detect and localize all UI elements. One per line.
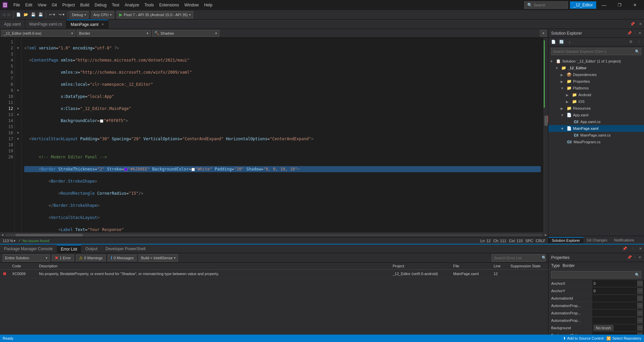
se-search-input[interactable] — [553, 49, 635, 53]
tree-item-project[interactable]: ▼ 📁 _12_Editor — [548, 65, 644, 71]
error-search-box[interactable]: 🔍 — [492, 254, 545, 262]
select-repository[interactable]: 🔀 Select Repository — [606, 336, 641, 341]
bottom-close-icon[interactable]: ✕ — [637, 246, 644, 251]
hscroll-left[interactable]: ◀ — [0, 233, 5, 237]
prop-more-btn-7[interactable]: ⋯ — [637, 325, 643, 331]
menu-test[interactable]: Test — [109, 1, 122, 9]
search-box[interactable]: 🔍 Search — [524, 1, 568, 9]
menu-extensions[interactable]: Extensions — [156, 1, 182, 9]
member-selector[interactable]: 🔨 Shadow▾ — [152, 30, 219, 37]
editor-add-btn[interactable]: + — [540, 30, 547, 37]
debug-mode-dropdown[interactable]: Debug▾ — [70, 11, 88, 18]
tree-item-resources[interactable]: ▶ 📁 Resources — [548, 105, 644, 112]
se-pin-icon[interactable]: 📌 — [627, 31, 632, 35]
build-filter-dropdown[interactable]: Build + IntelliSense▾ — [139, 254, 178, 262]
tree-item-properties[interactable]: ▶ 📁 Properties — [548, 78, 644, 85]
props-close-icon[interactable]: ✕ — [638, 255, 641, 260]
col-desc[interactable]: Description — [36, 263, 390, 270]
se-more-icon[interactable]: ⋮ — [635, 38, 643, 46]
props-pin-icon[interactable]: 📌 — [627, 255, 632, 260]
hscroll-track[interactable] — [5, 234, 543, 236]
menu-build[interactable]: Build — [78, 1, 92, 9]
menu-debug[interactable]: Debug — [92, 1, 109, 9]
bottom-options-icon[interactable]: ⋮ — [629, 246, 637, 251]
editor-hscroll[interactable]: ◀ ▶ — [0, 233, 548, 237]
prop-more-btn-8[interactable]: ⋯ — [637, 333, 643, 335]
col-suppression[interactable]: Suppression State — [508, 263, 548, 270]
tab-mainpage-cs[interactable]: MainPage.xaml.cs — [25, 20, 67, 29]
col-project[interactable]: Project — [390, 263, 451, 270]
menu-edit[interactable]: Edit — [23, 1, 35, 9]
error-badge-messages[interactable]: ℹ 0 Messages — [108, 255, 137, 261]
bottom-tab-output[interactable]: Output — [81, 245, 101, 253]
se-close-icon[interactable]: ✕ — [638, 31, 641, 35]
menu-view[interactable]: View — [35, 1, 49, 9]
prop-more-btn-2[interactable]: ⋯ — [637, 288, 643, 294]
col-line[interactable]: Line — [491, 263, 508, 270]
tree-item-dependencies[interactable]: ▶ 📦 Dependencies — [548, 71, 644, 78]
col-file[interactable]: File — [451, 263, 491, 270]
zoom-level[interactable]: 113 %▾ — [3, 239, 15, 243]
tree-item-android[interactable]: ▶ 📁 Android — [548, 91, 644, 98]
se-search-box[interactable]: 🔍 — [551, 48, 641, 55]
code-content[interactable]: <?xml version="1.0" encoding="utf-8" ?> … — [22, 38, 543, 232]
solution-filter-dropdown[interactable]: Entire Solution▾ — [3, 254, 50, 262]
toolbar-open[interactable]: 📂 — [23, 12, 29, 17]
prop-value-background[interactable]: No brush ⋯ — [592, 325, 644, 331]
props-search-input[interactable] — [553, 273, 635, 277]
se-refresh[interactable]: 🔄 — [558, 38, 565, 46]
tree-item-ios[interactable]: ▶ 📁 iOS — [548, 98, 644, 105]
se-tab-solution[interactable]: Solution Explorer — [548, 237, 583, 243]
menu-help[interactable]: Help — [202, 1, 215, 9]
tab-mainpage-xaml[interactable]: MainPage.xaml ✕ — [67, 20, 108, 29]
toolbar-undo[interactable]: ↩ ▾ — [48, 12, 57, 17]
menu-tools[interactable]: Tools — [142, 1, 156, 9]
prop-value-ap3[interactable]: ⋯ — [592, 317, 644, 324]
se-tab-notifications[interactable]: Notifications — [611, 237, 638, 243]
toolbar-nav-back[interactable]: ◁ — [1, 12, 6, 17]
tree-item-mainpagexamlcs[interactable]: C# MainPage.xaml.cs — [548, 132, 644, 139]
se-settings-icon[interactable]: ⚙ — [627, 38, 635, 46]
editor-vscroll[interactable] — [543, 38, 548, 232]
hscroll-right[interactable]: ▶ — [543, 233, 548, 237]
prop-more-btn-6[interactable]: ⋯ — [637, 318, 643, 323]
prop-value-automationid[interactable]: ⋯ — [592, 295, 644, 302]
col-code[interactable]: Code — [9, 263, 36, 270]
close-button[interactable]: ✕ — [627, 0, 643, 10]
prop-value-ap1[interactable]: ⋯ — [592, 302, 644, 309]
run-device-dropdown[interactable]: ▶ Pixel 7 - API 35 (Android 15.0 - API 3… — [117, 11, 193, 18]
hscroll-thumb[interactable] — [15, 234, 83, 236]
se-collapse[interactable]: ↕ — [566, 38, 573, 46]
menu-git[interactable]: Git — [49, 1, 60, 9]
tree-item-appxamlcs[interactable]: C# App.xaml.cs — [548, 118, 644, 125]
error-badge-errors[interactable]: ✖ 1 Error — [52, 255, 74, 261]
menu-project[interactable]: Project — [60, 1, 77, 9]
error-badge-warnings[interactable]: ⚠ 0 Warnings — [76, 255, 106, 261]
bottom-tab-powershell[interactable]: Developer PowerShell — [101, 245, 149, 253]
tab-close-all-icon[interactable]: ✕ — [637, 22, 644, 26]
toolbar-nav-fwd[interactable]: ▷ — [7, 12, 11, 17]
tree-item-mainpagexaml[interactable]: ▼ 📄 MainPage.xaml — [548, 125, 644, 132]
menu-window[interactable]: Window — [182, 1, 202, 9]
maximize-button[interactable]: ❐ — [612, 0, 627, 10]
menu-analyze[interactable]: Analyze — [122, 1, 142, 9]
error-row-1[interactable]: ✖ XC0009 No property, BindableProperty, … — [0, 270, 548, 278]
project-selector[interactable]: _12_Editor (net9.0-ios)▾ — [1, 30, 75, 37]
bottom-tab-pkg[interactable]: Package Manager Console — [0, 245, 57, 253]
error-search-input[interactable] — [494, 256, 540, 260]
se-tab-git[interactable]: Git Changes — [583, 237, 611, 243]
bottom-tab-errors[interactable]: Error List — [57, 245, 81, 253]
prop-more-btn-3[interactable]: ⋯ — [637, 296, 643, 301]
vscroll-thumb[interactable] — [544, 116, 548, 126]
prop-more-btn-5[interactable]: ⋯ — [637, 310, 643, 316]
toolbar-new[interactable]: 📄 — [15, 12, 22, 17]
element-selector[interactable]: Border▾ — [77, 30, 151, 37]
toolbar-saveall[interactable]: 💾 — [37, 12, 44, 17]
tree-item-mauiprogram[interactable]: C# MauiProgram.cs — [548, 139, 644, 145]
minimize-button[interactable]: — — [596, 0, 612, 10]
tab-app-xaml[interactable]: App.xaml — [0, 20, 25, 29]
tree-item-platforms[interactable]: ▼ 📁 Platforms — [548, 85, 644, 91]
prop-value-backgroundcolor[interactable]: ⋯ — [592, 332, 644, 335]
props-options-icon[interactable]: ⋮ — [633, 255, 637, 260]
add-to-source-control[interactable]: ⬆ Add to Source Control — [563, 336, 604, 341]
